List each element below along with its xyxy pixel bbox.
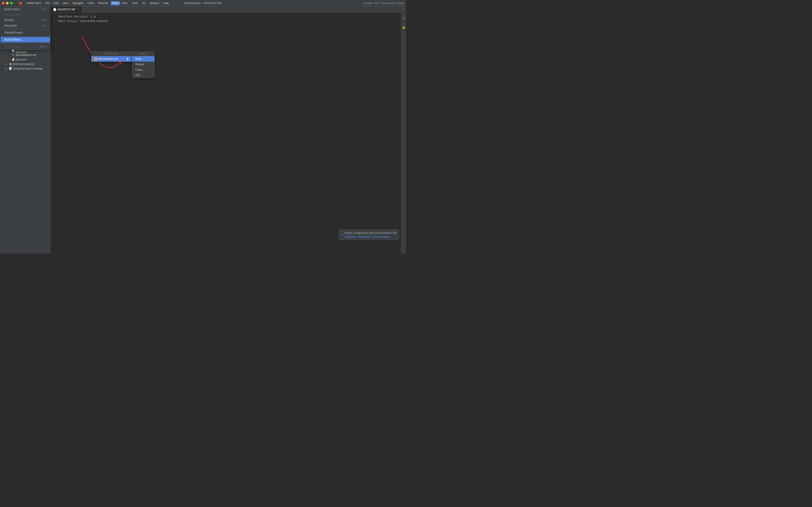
notification-text: Project configurations files can be adde… xyxy=(345,231,396,234)
action-menu-edit[interactable]: Edit... xyxy=(132,72,154,78)
action-menu-header: Action xyxy=(132,51,154,56)
notification-view-files[interactable]: View Files xyxy=(345,235,356,238)
artifact-menu-header: Build Artifact xyxy=(91,51,132,56)
menu-build[interactable]: Build xyxy=(111,1,120,5)
tree-scratches-label: Scratches and Consoles xyxy=(13,67,43,70)
artifact-menu: Build Artifact J flinkJobdemo:jar ▶ xyxy=(91,51,132,62)
rebuild-shortcut: ⇧⌘F9 xyxy=(39,19,46,22)
action-menu: Action Build Rebuild Clean Edit... xyxy=(132,51,155,78)
datetime: Tue Nov 29 12:28:45 xyxy=(381,2,404,5)
tree-iml-label: flinkJobdemo.iml xyxy=(16,53,36,57)
notification-always-add[interactable]: Always Add xyxy=(358,235,371,238)
tree-external-libs[interactable]: ▶ 📚 External Libraries xyxy=(5,62,50,66)
editor-area: 📄 MANIFEST.MF ✕ 1 Manifest-Version: 1.0 … xyxy=(50,6,401,253)
database-icon[interactable]: 🗄 xyxy=(402,16,406,20)
close-button[interactable] xyxy=(2,2,5,5)
rebuild-label: Rebuild xyxy=(4,18,14,22)
notification-links: View Files Always Add Don't Ask Again xyxy=(345,235,396,238)
build-menu-rebuild-project[interactable]: Rebuild Project xyxy=(1,30,50,35)
notification-banner: ℹ Project configurations files can be ad… xyxy=(339,229,399,240)
menu-view[interactable]: View xyxy=(61,1,70,5)
editor-line-2: Main-Class: UnboundStreamJob xyxy=(58,19,108,23)
menu-sep-2 xyxy=(1,36,50,36)
recompile-shortcut: ⇧F9 xyxy=(42,24,46,27)
tree-scratches[interactable]: ▶ 📝 Scratches and Consoles xyxy=(5,66,50,71)
build-menu-build-project[interactable]: Build Project ⌘F9 xyxy=(1,7,50,12)
editor-line-1: Manifest-Version: 1.0 xyxy=(58,14,96,19)
notifications-icon[interactable]: 🔔 xyxy=(402,25,406,30)
menu-window[interactable]: Window xyxy=(148,1,161,5)
artifact-item-arrow: ▶ xyxy=(127,57,129,60)
traffic-lights[interactable] xyxy=(2,2,13,5)
right-sidebar: M 🗄 🔔 xyxy=(401,6,406,253)
menu-file[interactable]: File xyxy=(44,1,51,5)
build-menu-rebuild[interactable]: Rebuild ⇧⌘F9 xyxy=(1,17,50,23)
action-menu-build[interactable]: Build xyxy=(132,56,154,62)
menu-git[interactable]: Git xyxy=(140,1,147,5)
recompile-label: Recompile xyxy=(4,24,17,27)
notification-icon: ℹ xyxy=(342,233,343,236)
build-menu-recompile[interactable]: Recompile ⇧F9 xyxy=(1,23,50,28)
title-bar: 🍎 IntelliJ IDEA File Edit View Navigate … xyxy=(0,0,406,6)
run-ant-shortcut: ⇧⌘F10 xyxy=(38,45,46,48)
line-number-1: 1 xyxy=(53,14,55,19)
editor-tab-manifest[interactable]: 📄 MANIFEST.MF ✕ xyxy=(50,6,82,12)
editor-tab-label: MANIFEST.MF xyxy=(57,8,75,11)
menu-sep-3 xyxy=(1,43,50,43)
cpu-temp: 61°C xyxy=(374,2,380,5)
menu-tools[interactable]: Tools xyxy=(130,1,140,5)
maximize-button[interactable] xyxy=(10,2,13,5)
menu-intellij[interactable]: IntelliJ IDEA xyxy=(25,1,43,5)
tree-pom-label: pom.xml xyxy=(16,58,26,61)
build-menu-build-module: Build Module xyxy=(1,12,50,17)
menu-code[interactable]: Code xyxy=(86,1,96,5)
action-menu-clean[interactable]: Clean xyxy=(132,67,154,72)
network-speed: 0.0 KB/s xyxy=(363,2,373,5)
build-project-shortcut: ⌘F9 xyxy=(41,8,46,11)
notification-content: Project configurations files can be adde… xyxy=(345,231,396,238)
build-menu-run-ant: Run Ant Target ⇧⌘F10 xyxy=(1,44,50,49)
menu-edit[interactable]: Edit xyxy=(52,1,60,5)
build-project-label: Build Project xyxy=(4,8,19,11)
editor-content[interactable]: 1 Manifest-Version: 1.0 2 Main-Class: Un… xyxy=(50,13,401,253)
build-menu-build-artifacts[interactable]: Build Artifacts... xyxy=(1,37,50,42)
menu-refactor[interactable]: Refactor xyxy=(96,1,110,5)
menu-apple[interactable]: 🍎 xyxy=(17,1,24,5)
action-menu-rebuild[interactable]: Rebuild xyxy=(132,62,154,67)
build-module-label: Build Module xyxy=(4,13,20,16)
title-bar-status: 0.0 KB/s 61°C Tue Nov 29 12:28:45 xyxy=(363,2,404,5)
editor-checkmark: ✓ xyxy=(392,14,395,18)
run-ant-label: Run Ant Target xyxy=(4,45,22,48)
tree-external-libs-label: External Libraries xyxy=(13,62,34,66)
window-title: flinkJobDemo – MANIFEST.MF xyxy=(184,2,222,5)
line-number-2: 2 xyxy=(53,19,55,23)
artifact-item-label: flinkJobdemo:jar xyxy=(98,57,118,60)
rebuild-project-label: Rebuild Project xyxy=(4,31,23,34)
maven-icon[interactable]: M xyxy=(402,7,406,11)
menu-navigate[interactable]: Navigate xyxy=(71,1,85,5)
tree-pom[interactable]: 📋 pom.xml xyxy=(5,57,50,62)
menu-run[interactable]: Run xyxy=(120,1,129,5)
menu-sep-1 xyxy=(1,29,50,29)
menu-help[interactable]: Help xyxy=(161,1,171,5)
notification-dont-ask[interactable]: Don't Ask Again xyxy=(372,235,390,238)
build-menu: Build Project ⌘F9 Build Module Rebuild ⇧… xyxy=(0,6,50,50)
jar-icon: J xyxy=(94,57,97,60)
minimize-button[interactable] xyxy=(6,2,9,5)
artifact-menu-item-jar[interactable]: J flinkJobdemo:jar ▶ xyxy=(91,56,132,62)
build-artifacts-label: Build Artifacts... xyxy=(4,38,23,41)
editor-tabs: 📄 MANIFEST.MF ✕ xyxy=(50,6,401,13)
